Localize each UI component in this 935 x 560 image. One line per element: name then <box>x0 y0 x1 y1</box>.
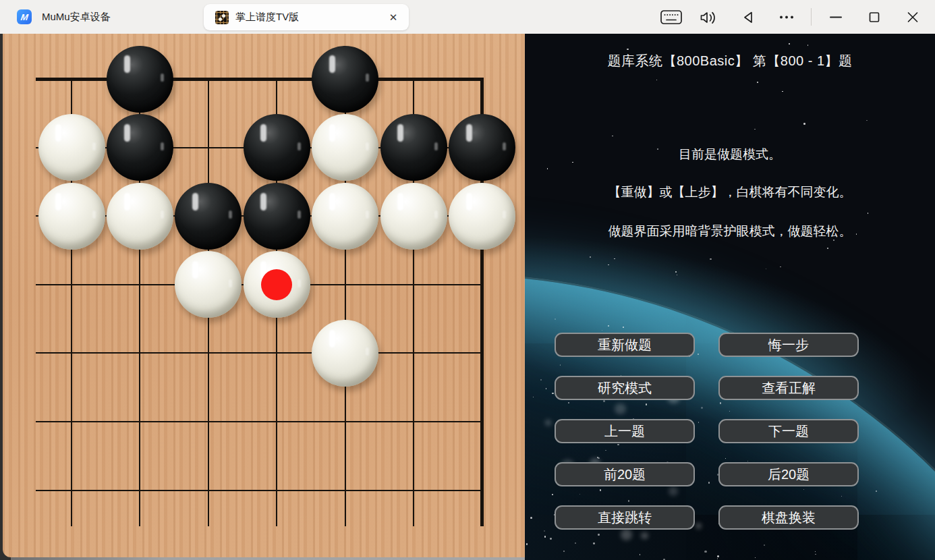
decor-dot <box>789 43 790 45</box>
keyboard-icon[interactable] <box>658 5 684 29</box>
decor-dot <box>590 256 591 258</box>
decor-dot <box>782 91 783 92</box>
forward-20-button[interactable]: 后20题 <box>718 462 859 486</box>
decor-dot <box>555 318 556 320</box>
go-board[interactable] <box>0 34 525 560</box>
black-stone[interactable] <box>107 114 173 181</box>
black-stone[interactable] <box>244 183 310 250</box>
black-stone[interactable] <box>107 46 173 113</box>
white-stone[interactable] <box>380 183 447 250</box>
view-answer-button[interactable]: 查看正解 <box>718 376 859 400</box>
decor-dot <box>544 536 546 538</box>
eyecare-text-line: 做题界面采用暗背景护眼模式，做题轻松。 <box>525 223 935 240</box>
app-tab-title: 掌上谱度TV版 <box>235 11 299 24</box>
white-stone[interactable] <box>107 183 173 250</box>
titlebar-divider <box>811 8 812 26</box>
mumu-emulator-window: M MuMu安卓设备 掌上谱度TV版 ✕ <box>0 0 935 560</box>
black-stone[interactable] <box>312 46 378 113</box>
decor-dot <box>656 80 658 81</box>
decor-dot <box>808 45 809 46</box>
black-stone[interactable] <box>244 114 310 181</box>
hint-text-line: 【重做】或【上步】，白棋将有不同变化。 <box>525 184 935 201</box>
tab-close-icon[interactable]: ✕ <box>386 10 401 25</box>
white-stone[interactable] <box>312 114 378 181</box>
mode-text-line: 目前是做题模式。 <box>525 146 935 163</box>
minimize-icon[interactable] <box>823 5 849 29</box>
board-hline <box>36 352 484 354</box>
last-move-marker <box>261 269 292 300</box>
decor-dot <box>704 551 706 553</box>
board-hline <box>36 490 484 491</box>
decor-dot <box>815 551 816 552</box>
mumu-logo-icon: M <box>17 9 32 24</box>
control-panel: 题库系统【800Basic】 第【800 - 1】题 目前是做题模式。 【重做】… <box>525 34 935 560</box>
decor-dot <box>540 379 542 381</box>
decor-dot <box>593 542 595 544</box>
close-icon[interactable] <box>900 5 926 29</box>
decor-dot <box>803 123 805 125</box>
decor-dot <box>614 258 615 260</box>
app-tab[interactable]: 掌上谱度TV版 ✕ <box>204 4 409 30</box>
black-stone[interactable] <box>449 114 515 181</box>
volume-icon[interactable] <box>697 5 722 29</box>
problem-set-title: 题库系统【800Basic】 第【800 - 1】题 <box>525 52 935 70</box>
board-hline <box>36 78 484 81</box>
board-skin-button[interactable]: 棋盘换装 <box>718 505 859 530</box>
decor-dot <box>754 129 756 130</box>
redo-problem-button[interactable]: 重新做题 <box>555 333 695 357</box>
titlebar: M MuMu安卓设备 掌上谱度TV版 ✕ <box>0 0 935 34</box>
decor-dot <box>876 491 877 492</box>
decor-dot <box>757 82 758 83</box>
jump-to-button[interactable]: 直接跳转 <box>555 505 695 530</box>
device-name: MuMu安卓设备 <box>42 11 111 24</box>
decor-dot <box>612 136 613 137</box>
prev-problem-button[interactable]: 上一题 <box>555 419 695 443</box>
next-problem-button[interactable]: 下一题 <box>718 419 859 443</box>
white-stone[interactable] <box>312 320 378 387</box>
decor-dot <box>547 168 548 169</box>
decor-dot <box>608 325 609 327</box>
decor-dot <box>641 532 648 539</box>
white-stone[interactable] <box>38 114 105 181</box>
decor-dot <box>766 269 767 270</box>
decor-dot <box>717 555 719 557</box>
decor-dot <box>780 267 781 268</box>
button-grid: 重新做题悔一步研究模式查看正解上一题下一题前20题后20题直接跳转棋盘换装 <box>555 333 859 530</box>
decor-dot <box>866 120 868 121</box>
decor-dot <box>868 213 869 214</box>
white-stone[interactable] <box>38 183 105 250</box>
go-board-panel <box>0 34 525 560</box>
white-stone[interactable] <box>312 183 378 250</box>
back-icon[interactable] <box>735 5 761 29</box>
decor-dot <box>550 538 552 540</box>
decor-dot <box>827 248 828 249</box>
black-stone[interactable] <box>175 183 242 250</box>
decor-dot <box>677 275 678 276</box>
decor-dot <box>627 49 629 51</box>
research-mode-button[interactable]: 研究模式 <box>555 376 695 400</box>
white-stone[interactable] <box>449 183 515 250</box>
decor-dot <box>675 271 677 273</box>
maximize-icon[interactable] <box>861 5 887 29</box>
white-stone[interactable] <box>175 251 242 318</box>
back-20-button[interactable]: 前20题 <box>555 462 695 486</box>
board-hline <box>36 421 484 422</box>
decor-dot <box>544 530 545 532</box>
titlebar-controls <box>658 0 926 34</box>
decor-dot <box>623 327 624 328</box>
decor-dot <box>530 517 532 519</box>
decor-dot <box>755 557 756 558</box>
more-icon[interactable] <box>774 5 799 29</box>
decor-dot <box>545 420 551 426</box>
decor-dot <box>598 534 600 536</box>
undo-step-button[interactable]: 悔一步 <box>718 333 859 357</box>
decor-dot <box>710 258 712 260</box>
black-stone[interactable] <box>380 114 447 181</box>
decor-dot <box>552 393 553 394</box>
go-app-icon <box>215 11 229 24</box>
